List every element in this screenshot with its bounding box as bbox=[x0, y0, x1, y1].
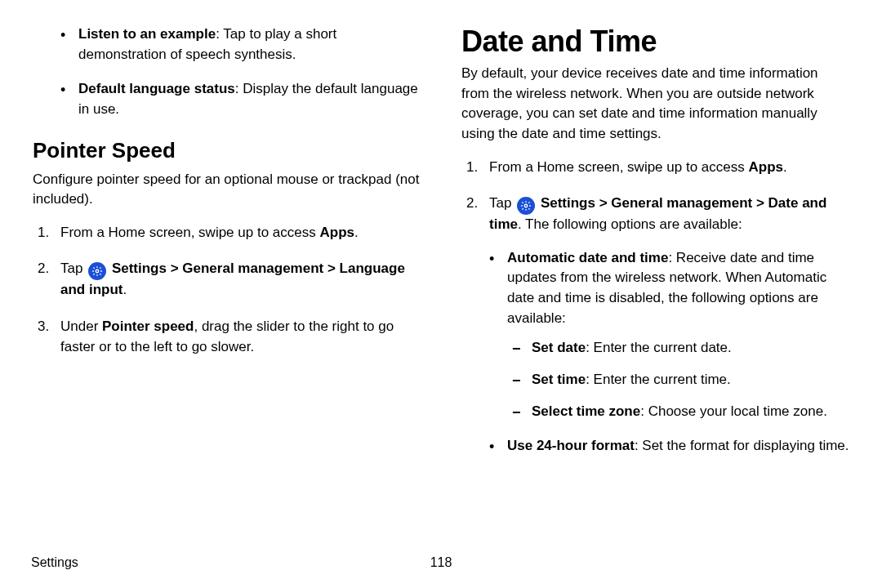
right-column: Date and Time By default, your device re… bbox=[441, 24, 858, 572]
apps-label: Apps bbox=[319, 225, 354, 240]
svg-point-0 bbox=[96, 270, 99, 274]
step-text: From a Home screen, swipe up to access bbox=[60, 225, 319, 240]
date-time-intro: By default, your device receives date an… bbox=[461, 64, 849, 145]
option-label: Listen to an example bbox=[78, 26, 216, 42]
date-time-steps: From a Home screen, swipe up to access A… bbox=[461, 158, 849, 457]
step-text: . bbox=[354, 225, 359, 240]
apps-label: Apps bbox=[748, 159, 783, 175]
manual-page: Listen to an example: Tap to play a shor… bbox=[0, 0, 882, 588]
manual-time-options: Set date: Enter the current date. Set ti… bbox=[507, 338, 849, 421]
option-label: Use 24-hour format bbox=[507, 438, 635, 453]
option-label: Set time bbox=[532, 372, 586, 387]
step-item: From a Home screen, swipe up to access A… bbox=[60, 223, 421, 243]
step-item: Under Pointer speed, drag the slider to … bbox=[60, 317, 421, 357]
option-desc: : Choose your local time zone. bbox=[640, 403, 827, 419]
svg-point-1 bbox=[524, 204, 528, 207]
settings-path: Settings > General management > Language… bbox=[60, 261, 405, 297]
date-time-options: Automatic date and time: Receive date an… bbox=[489, 248, 849, 457]
list-item: Default language status: Display the def… bbox=[78, 79, 421, 119]
footer-section-label: Settings bbox=[31, 555, 78, 570]
list-item: Listen to an example: Tap to play a shor… bbox=[78, 24, 421, 65]
step-text: Under bbox=[60, 318, 102, 334]
pointer-speed-label: Pointer speed bbox=[102, 318, 194, 334]
pointer-speed-heading: Pointer Speed bbox=[33, 138, 421, 163]
tts-options-list: Listen to an example: Tap to play a shor… bbox=[33, 24, 421, 120]
step-text: Tap bbox=[60, 261, 87, 276]
step-item: Tap Settings > General management > Lang… bbox=[60, 259, 421, 301]
step-text: From a Home screen, swipe up to access bbox=[489, 159, 748, 175]
list-item: Select time zone: Choose your local time… bbox=[532, 402, 849, 422]
list-item: Use 24-hour format: Set the format for d… bbox=[507, 436, 849, 457]
step-text: Tap bbox=[489, 195, 515, 211]
date-time-heading: Date and Time bbox=[461, 24, 849, 59]
list-item: Set date: Enter the current date. bbox=[532, 338, 849, 359]
step-text: . The following options are available: bbox=[518, 216, 742, 232]
option-label: Automatic date and time bbox=[507, 250, 668, 265]
step-item: Tap Settings > General management > Date… bbox=[489, 194, 849, 457]
page-number: 118 bbox=[430, 555, 452, 570]
step-text: . bbox=[122, 282, 127, 297]
settings-icon bbox=[88, 262, 106, 280]
step-item: From a Home screen, swipe up to access A… bbox=[489, 158, 849, 178]
list-item: Automatic date and time: Receive date an… bbox=[507, 248, 849, 421]
pointer-steps: From a Home screen, swipe up to access A… bbox=[33, 223, 421, 358]
list-item: Set time: Enter the current time. bbox=[532, 370, 849, 390]
left-column: Listen to an example: Tap to play a shor… bbox=[24, 24, 441, 572]
pointer-speed-intro: Configure pointer speed for an optional … bbox=[33, 170, 421, 210]
option-label: Default language status bbox=[78, 81, 235, 96]
step-text: . bbox=[783, 159, 787, 175]
option-desc: : Set the format for displaying time. bbox=[635, 438, 849, 453]
option-desc: : Enter the current date. bbox=[586, 340, 732, 355]
settings-icon bbox=[517, 197, 535, 215]
option-label: Set date bbox=[532, 340, 586, 355]
option-desc: : Enter the current time. bbox=[586, 372, 731, 387]
option-label: Select time zone bbox=[532, 403, 640, 419]
